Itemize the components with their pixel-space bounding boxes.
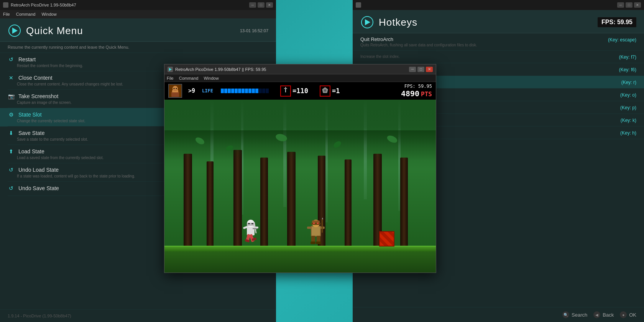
hotkeys-maximize-button[interactable]: □ [626,2,632,8]
restart-icon: ↺ [8,56,15,63]
hotkey-item-quit[interactable]: Quit RetroArch Quits RetroArch, flushing… [353,33,644,51]
search-label: Search [572,312,587,318]
item-display: =1 [320,85,340,97]
screenshot-icon: 📷 [8,93,15,100]
minimize-button[interactable]: ─ [249,2,256,8]
game-title-text: RetroArch PicoDrive 1.99-50b8b47 || FPS:… [175,67,407,72]
restart-label: Restart [18,56,36,62]
hotkeys-minimize-button[interactable]: ─ [617,2,624,8]
life-seg-3 [228,89,231,93]
hotkeys-fps-display: FPS: 59.95 [598,17,636,27]
load-state-icon: ⬆ [8,148,15,155]
score-display: 4890 PTS [401,89,432,98]
hotkeys-close-button[interactable]: ✕ [634,2,641,8]
hotkey-6-key: (Key: p) [620,104,636,110]
resume-hint: Resume the currently running content and… [0,42,276,53]
svg-point-11 [176,88,177,89]
save-state-icon: ⬇ [8,130,15,136]
life-seg-5 [235,89,238,93]
undo-load-icon: ↺ [8,166,15,173]
game-window: RetroArch PicoDrive 1.99-50b8b47 || FPS:… [164,64,436,273]
tree-trunk-5 [287,152,296,253]
life-seg-10 [252,89,255,93]
tree-trunk-4 [260,158,268,253]
maximize-button[interactable]: □ [258,2,264,8]
hotkey-8-key: (Key: h) [620,130,636,136]
player-avatar [168,84,182,98]
hotkeys-logo [360,15,374,29]
hotkey-3-key: (Key: f6) [619,66,636,72]
game-titlebar: RetroArch PicoDrive 1.99-50b8b47 || FPS:… [164,64,436,74]
svg-rect-44 [310,242,315,244]
state-slot-label: State Slot [18,112,42,118]
crate-item [379,231,394,246]
score-value: 4890 [401,89,419,98]
svg-rect-22 [251,223,253,224]
search-icon: 🔍 [562,311,569,318]
svg-marker-1 [12,28,18,34]
fps-display: FPS: 59.95 [404,84,432,89]
game-window-controls: ─ □ ✕ [409,67,433,72]
svg-rect-38 [307,227,312,229]
hotkey-2-key: (Key: f7) [619,54,636,60]
life-seg-6 [238,89,241,93]
hotkey-7-key: (Key: k) [621,117,636,123]
life-label: LIFE [202,88,213,94]
hotkey-4-key: (Key: r) [621,79,636,85]
hotkey-item-2[interactable]: Increase the slot index. (Key: f7) [353,51,644,63]
life-bar [221,89,269,93]
grass-layer [164,246,436,251]
weapon-count: =110 [292,87,308,95]
svg-point-10 [174,88,175,89]
svg-rect-45 [316,242,321,244]
search-button[interactable]: 🔍 Search [562,311,587,318]
player-character [241,218,260,246]
game-close-button[interactable]: ✕ [426,67,433,72]
life-seg-4 [231,89,234,93]
svg-rect-36 [313,223,315,224]
game-maximize-button[interactable]: □ [417,67,424,72]
svg-rect-37 [317,223,319,224]
pts-label: PTS [421,90,432,98]
file-menu[interactable]: File [3,12,10,16]
svg-rect-32 [312,227,320,236]
ok-button[interactable]: ● OK [620,311,636,318]
life-seg-11 [255,89,258,93]
life-seg-8 [245,89,248,93]
life-seg-1 [221,89,224,93]
life-seg-14 [266,89,269,93]
quick-menu-header: Quick Menu 13-01 16:52:07 [0,18,276,42]
retroarch-icon-2 [356,2,361,8]
game-minimize-button[interactable]: ─ [409,67,416,72]
close-button[interactable]: ✕ [266,2,273,8]
undo-save-icon: ↺ [8,185,15,192]
lives-count: >9 [188,87,195,94]
game-window-menu[interactable]: Window [204,76,219,80]
hotkey-quit-desc: Quits RetroArch, flushing all save data … [360,43,477,47]
undo-load-label: Undo Load State [18,167,59,173]
screenshot-label: Take Screenshot [18,93,58,99]
svg-rect-30 [253,228,257,229]
hotkeys-footer: 🔍 Search ◀ Back ● OK [353,307,644,322]
tree-trunk-3 [233,150,242,253]
svg-marker-41 [322,217,323,219]
life-seg-2 [224,89,227,93]
svg-rect-20 [247,223,255,226]
back-icon: ◀ [593,311,600,318]
game-menubar: File Command Window [164,74,436,82]
hotkeys-heading: Hotkeys [379,16,417,28]
svg-rect-21 [248,223,250,224]
weapon-icon-box [280,85,291,97]
retroarch-logo [8,24,21,38]
load-state-label: Load State [18,148,44,154]
svg-point-17 [324,89,326,92]
game-file-menu[interactable]: File [167,76,174,80]
command-menu[interactable]: Command [16,12,36,16]
game-command-menu[interactable]: Command [179,76,199,80]
window-menu[interactable]: Window [41,12,56,16]
foliage-mid [164,130,436,161]
hotkeys-header: Hotkeys FPS: 59.95 [353,10,644,33]
svg-marker-3 [365,19,370,25]
back-button[interactable]: ◀ Back [593,311,614,318]
quick-menu-title-text: RetroArch PicoDrive 1.99-50b8b47 [11,3,247,7]
